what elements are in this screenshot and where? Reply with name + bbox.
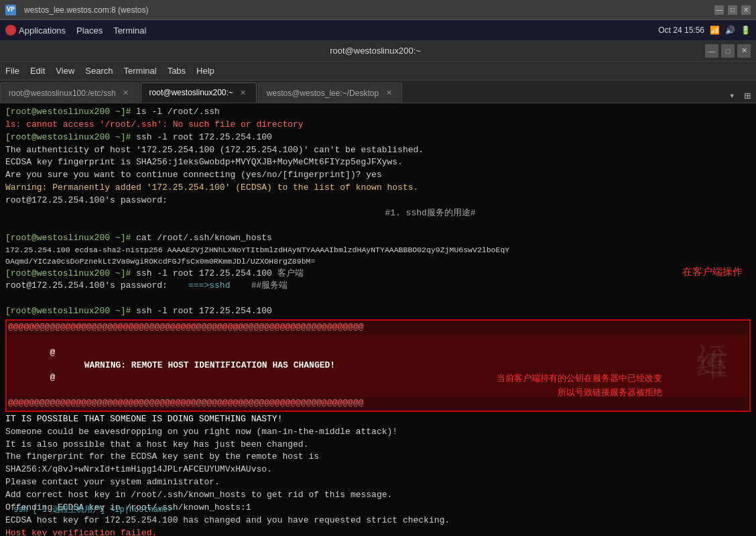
taskbar-right: Oct 24 15:56 📶 🔊 🔋	[658, 25, 751, 35]
battery-icon: 🔋	[741, 25, 751, 35]
line-7: Warning: Permanently added '172.25.254.1…	[5, 182, 751, 195]
system-taskbar: Applications Places Terminal Oct 24 15:5…	[0, 20, 756, 40]
terminal-maximize-button[interactable]: □	[721, 44, 735, 58]
warning-box: @@@@@@@@@@@@@@@@@@@@@@@@@@@@@@@@@@@@@@@@…	[5, 319, 751, 412]
system-bar-title: westos_lee.westos.com:8 (westos)	[24, 5, 148, 15]
system-bar-left: VP westos_lee.westos.com:8 (westos)	[5, 5, 148, 15]
menu-tabs[interactable]: Tabs	[168, 66, 186, 76]
line-8: root@172.25.254.100's password:	[5, 195, 751, 207]
line-11: [root@westoslinux200 ~]# cat /root/.ssh/…	[5, 232, 751, 245]
applications-menu[interactable]: Applications	[5, 25, 66, 36]
tabs-arrow-button[interactable]: ▾	[725, 89, 739, 103]
system-titlebar: VP westos_lee.westos.com:8 (westos) — □ …	[0, 0, 756, 20]
terminal-menubar: File Edit View Search Terminal Tabs Help	[0, 62, 756, 81]
terminal-close-button[interactable]: ✕	[737, 44, 751, 58]
taskbar-left: Applications Places Terminal	[5, 25, 146, 36]
tab-0[interactable]: root@westoslinux100:/etc/ssh ✕	[0, 83, 139, 103]
line-evesdrop: Someone could be eavesdropping on you ri…	[5, 426, 751, 439]
terminal-titlebar: root@westoslinux200:~ — □ ✕	[0, 40, 756, 62]
menu-terminal[interactable]: Terminal	[124, 66, 157, 76]
maximize-button[interactable]: □	[728, 5, 737, 15]
datetime: Oct 24 15:56	[658, 25, 704, 35]
line-fingerprint: SHA256:X/q8vJ+wNrxId+timHigg14JPLrAFCEUY…	[5, 464, 751, 476]
line-1: [root@westoslinux200 ~]# ls -l /root/.ss…	[5, 106, 751, 119]
new-tab-button[interactable]: ⊞	[744, 89, 751, 103]
vm-icon: VP	[5, 5, 16, 15]
menu-edit[interactable]: Edit	[30, 66, 45, 76]
system-bar-controls[interactable]: — □ ✕	[714, 5, 751, 15]
line-nasty: IT IS POSSIBLE THAT SOMEONE IS DOING SOM…	[5, 413, 751, 426]
warning-border-top: @@@@@@@@@@@@@@@@@@@@@@@@@@@@@@@@@@@@@@@@…	[8, 321, 748, 334]
line-2: ls: cannot access '/root/.ssh': No such …	[5, 119, 751, 131]
menu-view[interactable]: View	[56, 66, 74, 76]
tab-2-close[interactable]: ✕	[384, 89, 393, 98]
tab-1-close[interactable]: ✕	[239, 88, 248, 97]
volume-icon: 🔊	[725, 25, 735, 35]
ssh-legend: ssh [-l 远程主机用户] <ip|hostname>	[13, 504, 173, 516]
tabs-bar: root@westoslinux100:/etc/ssh ✕ root@west…	[0, 81, 756, 103]
menu-help[interactable]: Help	[196, 66, 214, 76]
places-menu[interactable]: Places	[76, 25, 103, 36]
line-17: [root@westoslinux200 ~]# ssh -l root 172…	[5, 305, 751, 318]
line-14: [root@westoslinux200 ~]# ssh -l root 172…	[5, 268, 751, 280]
warning-border-bot: @@@@@@@@@@@@@@@@@@@@@@@@@@@@@@@@@@@@@@@@…	[8, 397, 748, 410]
minimize-button[interactable]: —	[714, 5, 724, 15]
line-addkey: Add correct host key in /root/.ssh/known…	[5, 489, 751, 502]
terminal-label: Terminal	[113, 25, 146, 36]
terminal-window: root@westoslinux200:~ — □ ✕ File Edit Vi…	[0, 40, 756, 536]
line-3: [root@westoslinux200 ~]# ssh -l root 172…	[5, 131, 751, 144]
tab-1-label: root@westoslinux200:~	[149, 88, 233, 97]
line-12: 172.25.254.100 ecdsa-sha2-nistp256 AAAAE…	[5, 245, 751, 256]
line-16	[5, 292, 751, 305]
line-changed: ECDSA host key for 172.25.254.100 has ch…	[5, 515, 751, 527]
line-15: root@172.25.254.100's password: ===>sshd…	[5, 280, 751, 292]
menu-search[interactable]: Search	[85, 66, 113, 76]
terminal-minimize-button[interactable]: —	[705, 44, 718, 58]
warning-main-line: @ WARNING: REMOTE HOST IDENTIFICATION HA…	[8, 334, 748, 397]
places-label: Places	[76, 25, 103, 36]
line-9: #1. sshd服务的用途#	[5, 207, 751, 220]
line-hostkey: It is also possible that a host key has …	[5, 439, 751, 451]
terminal-content[interactable]: [root@westoslinux200 ~]# ls -l /root/.ss…	[0, 103, 756, 536]
line-6: Are you sure you want to continue connec…	[5, 169, 751, 182]
tab-2-label: westos@westos_lee:~/Desktop	[267, 89, 379, 98]
tab-0-label: root@westoslinux100:/etc/ssh	[9, 89, 116, 98]
line-failed: Host key verification failed.	[5, 527, 751, 537]
tab-0-close[interactable]: ✕	[121, 89, 131, 98]
applications-icon	[5, 25, 16, 36]
line-fingerprint-intro: The fingerprint for the ECDSA key sent b…	[5, 451, 751, 464]
tab-2[interactable]: westos@westos_lee:~/Desktop ✕	[258, 83, 402, 103]
menu-file[interactable]: File	[5, 66, 19, 76]
line-10	[5, 220, 751, 233]
terminal-window-title: root@westoslinux200:~	[46, 46, 705, 56]
line-13: OAqmd/YICza0csDoPznekLt2Va0wgiROKcdFGJfs…	[5, 256, 751, 268]
tab-1[interactable]: root@westoslinux200:~ ✕	[141, 83, 257, 103]
applications-label: Applications	[19, 25, 66, 36]
terminal-window-controls[interactable]: — □ ✕	[705, 44, 751, 58]
line-contact: Please contact your system administrator…	[5, 476, 751, 489]
close-button[interactable]: ✕	[741, 5, 751, 15]
network-icon: 📶	[710, 25, 720, 35]
line-4: The authenticity of host '172.25.254.100…	[5, 144, 751, 157]
terminal-menu[interactable]: Terminal	[113, 25, 146, 36]
line-5: ECDSA key fingerprint is SHA256:j1eksGwo…	[5, 156, 751, 169]
